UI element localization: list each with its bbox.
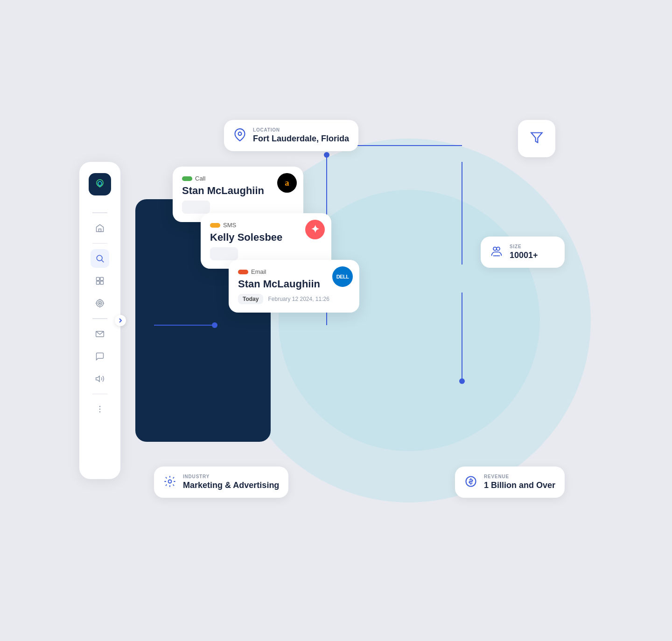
svg-rect-0 bbox=[99, 229, 101, 231]
svg-rect-6 bbox=[100, 281, 104, 285]
dell-logo: DELL bbox=[332, 266, 353, 287]
svg-point-32 bbox=[168, 480, 172, 483]
svg-point-18 bbox=[99, 411, 101, 413]
contact-name-stan-call: Stan McLaughiin bbox=[182, 185, 294, 197]
email-type-label: Email bbox=[251, 268, 266, 275]
revenue-info: REVENUE 1 Billion and Over bbox=[484, 474, 555, 490]
size-card: SIZE 10001+ bbox=[481, 237, 565, 268]
size-info: SIZE 10001+ bbox=[510, 244, 538, 260]
location-value: Fort Lauderdale, Florida bbox=[253, 134, 349, 144]
sidebar-item-mail[interactable] bbox=[91, 325, 109, 343]
amazon-logo: a bbox=[277, 173, 297, 193]
filter-icon bbox=[530, 131, 543, 146]
svg-line-2 bbox=[102, 260, 104, 263]
sidebar-item-chat[interactable] bbox=[91, 347, 109, 366]
size-value: 10001+ bbox=[510, 251, 538, 260]
sidebar-item-target[interactable] bbox=[91, 294, 109, 313]
svg-point-29 bbox=[493, 247, 497, 250]
svg-point-17 bbox=[99, 409, 101, 410]
svg-point-27 bbox=[238, 132, 242, 135]
industry-card: INDUSTRY Marketing & Advertising bbox=[154, 467, 288, 498]
email-dot bbox=[238, 270, 248, 274]
sidebar-item-tasks[interactable] bbox=[91, 272, 109, 290]
svg-point-16 bbox=[99, 406, 101, 407]
sidebar-divider-4 bbox=[92, 394, 107, 395]
contact-date-row: Today February 12 2024, 11:26 bbox=[238, 294, 350, 304]
svg-marker-28 bbox=[531, 133, 542, 143]
size-label: SIZE bbox=[510, 244, 538, 249]
call-dot bbox=[182, 176, 192, 181]
sidebar bbox=[79, 162, 120, 479]
svg-point-9 bbox=[99, 303, 101, 304]
contact-tag-placeholder bbox=[182, 201, 210, 214]
svg-point-30 bbox=[497, 247, 500, 250]
sidebar-item-broadcast[interactable] bbox=[91, 369, 109, 388]
filter-card[interactable] bbox=[518, 120, 555, 157]
location-card: LOCATION Fort Lauderdale, Florida bbox=[224, 120, 358, 151]
sms-dot bbox=[210, 223, 220, 228]
sidebar-item-search[interactable] bbox=[91, 249, 109, 268]
logo-icon bbox=[93, 178, 106, 191]
industry-value: Marketing & Advertising bbox=[183, 481, 279, 490]
sms-tag-placeholder bbox=[210, 247, 238, 260]
today-badge: Today bbox=[238, 294, 263, 304]
airbnb-logo: ✦ bbox=[305, 220, 325, 239]
sidebar-divider-top bbox=[92, 212, 107, 213]
industry-icon bbox=[163, 475, 176, 490]
svg-rect-4 bbox=[100, 278, 104, 281]
sidebar-divider-3 bbox=[92, 318, 107, 319]
svg-marker-15 bbox=[96, 376, 100, 382]
contact-name-kelly: Kelly Solesbee bbox=[210, 231, 322, 244]
sidebar-item-more[interactable] bbox=[91, 400, 109, 418]
sidebar-item-home[interactable] bbox=[91, 219, 109, 237]
location-info: LOCATION Fort Lauderdale, Florida bbox=[253, 127, 349, 144]
sms-type-label: SMS bbox=[223, 222, 236, 229]
industry-info: INDUSTRY Marketing & Advertising bbox=[183, 474, 279, 490]
call-type-indicator: Call bbox=[182, 175, 205, 182]
main-container: LOCATION Fort Lauderdale, Florida SIZE 1… bbox=[79, 64, 593, 577]
sidebar-divider-2 bbox=[92, 243, 107, 244]
revenue-icon bbox=[464, 475, 477, 490]
revenue-card: REVENUE 1 Billion and Over bbox=[455, 467, 565, 498]
call-type-label: Call bbox=[195, 175, 205, 182]
contact-date: February 12 2024, 11:26 bbox=[268, 296, 329, 302]
contact-card-email[interactable]: Email Stan McLaughiin DELL Today Februar… bbox=[229, 260, 359, 313]
svg-rect-5 bbox=[97, 281, 100, 285]
sidebar-expand-button[interactable] bbox=[115, 315, 126, 326]
size-icon bbox=[490, 245, 503, 260]
svg-rect-3 bbox=[97, 278, 100, 281]
location-icon bbox=[233, 128, 246, 143]
logo bbox=[89, 173, 111, 195]
industry-label: INDUSTRY bbox=[183, 474, 279, 479]
revenue-label: REVENUE bbox=[484, 474, 555, 479]
location-label: LOCATION bbox=[253, 127, 349, 132]
svg-point-1 bbox=[97, 255, 102, 261]
sms-type-indicator: SMS bbox=[210, 222, 236, 229]
revenue-value: 1 Billion and Over bbox=[484, 481, 555, 490]
email-type-indicator: Email bbox=[238, 268, 266, 275]
